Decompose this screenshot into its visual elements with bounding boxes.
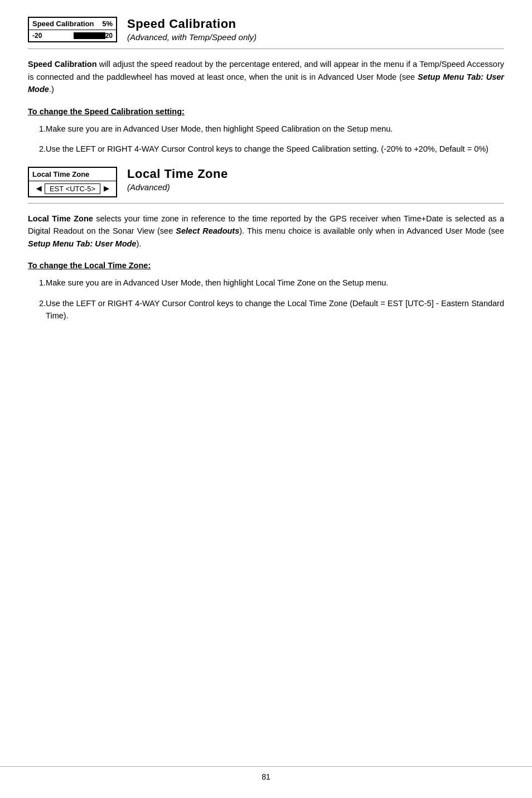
speed-calibration-title-block: Speed Calibration (Advanced, with Temp/S…	[127, 17, 504, 43]
speed-calibration-step-2: 2. Use the LEFT or RIGHT 4-WAY Cursor Co…	[28, 143, 504, 155]
ltz-body-end: ).	[136, 239, 141, 248]
page-container: Speed Calibration 5% -20 20 Speed Calibr…	[0, 0, 532, 798]
speed-calibration-body-bold: Speed Calibration	[28, 60, 97, 69]
slider-fill	[42, 32, 74, 39]
step2-text: Use the LEFT or RIGHT 4-WAY Cursor Contr…	[46, 143, 504, 155]
local-time-zone-title: Local Time Zone	[127, 167, 504, 181]
ltz-widget-body: ◀ EST <UTC-5> ▶	[29, 181, 116, 196]
page-number: 81	[262, 772, 270, 781]
slider-max-label: 20	[105, 32, 113, 40]
ltz-widget-title: Local Time Zone	[29, 168, 116, 181]
ltz-sub-heading: To change the Local Time Zone:	[28, 261, 504, 270]
speed-calibration-steps: 1. Make sure you are in Advanced User Mo…	[28, 123, 504, 156]
step2-num: 2.	[28, 143, 46, 155]
speed-calibration-title: Speed Calibration	[127, 17, 504, 31]
ltz-steps: 1. Make sure you are in Advanced User Mo…	[28, 277, 504, 322]
slider-track	[42, 32, 105, 39]
ltz-step1-num: 1.	[28, 277, 46, 289]
local-time-zone-widget: Local Time Zone ◀ EST <UTC-5> ▶	[28, 167, 117, 197]
local-time-zone-body: Local Time Zone selects your time zone i…	[28, 212, 504, 250]
step1-text: Make sure you are in Advanced User Mode,…	[46, 123, 504, 135]
ltz-body-italic1: Select Readouts	[176, 226, 239, 235]
ltz-step2-text: Use the LEFT or RIGHT 4-WAY Cursor Contr…	[46, 297, 504, 322]
page-footer: 81	[0, 766, 532, 781]
speed-calibration-subtitle: (Advanced, with Temp/Speed only)	[127, 31, 504, 43]
speed-calibration-widget-body: -20 20	[29, 30, 116, 41]
ltz-value: EST <UTC-5>	[45, 183, 100, 194]
ltz-body-bold: Local Time Zone	[28, 214, 93, 223]
speed-calibration-body: Speed Calibration will adjust the speed …	[28, 58, 504, 95]
ltz-step2-num: 2.	[28, 297, 46, 309]
ltz-body-italic2: Setup Menu Tab: User Mode	[28, 239, 136, 248]
speed-calibration-header: Speed Calibration 5% -20 20 Speed Calibr…	[28, 17, 504, 49]
ltz-step-2: 2. Use the LEFT or RIGHT 4-WAY Cursor Co…	[28, 297, 504, 322]
speed-calibration-value: 5%	[102, 20, 113, 28]
local-time-zone-title-block: Local Time Zone (Advanced)	[127, 167, 504, 193]
ltz-right-arrow[interactable]: ▶	[104, 185, 109, 192]
speed-calibration-body-end1: .)	[49, 85, 54, 94]
slider-min-label: -20	[32, 32, 42, 40]
ltz-left-arrow[interactable]: ◀	[36, 185, 41, 192]
step1-num: 1.	[28, 123, 46, 135]
ltz-body-text2: ). This menu choice is available only wh…	[239, 226, 504, 235]
ltz-step1-text: Make sure you are in Advanced User Mode,…	[46, 277, 504, 289]
local-time-zone-subtitle: (Advanced)	[127, 181, 504, 193]
local-time-zone-header: Local Time Zone ◀ EST <UTC-5> ▶ Local Ti…	[28, 167, 504, 204]
speed-calibration-sub-heading: To change the Speed Calibration setting:	[28, 107, 504, 116]
speed-calibration-widget-title: Speed Calibration 5%	[29, 18, 116, 30]
speed-calibration-label: Speed Calibration	[32, 20, 94, 28]
speed-calibration-widget: Speed Calibration 5% -20 20	[28, 17, 117, 42]
speed-calibration-step-1: 1. Make sure you are in Advanced User Mo…	[28, 123, 504, 135]
ltz-step-1: 1. Make sure you are in Advanced User Mo…	[28, 277, 504, 289]
